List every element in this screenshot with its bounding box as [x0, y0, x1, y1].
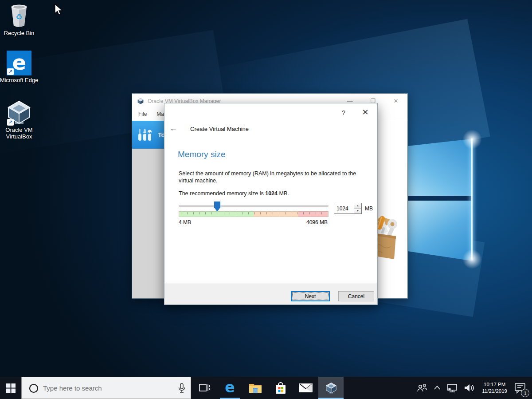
spinbox-unit-label: MB [365, 205, 373, 212]
search-input[interactable] [22, 377, 191, 399]
dialog-close-button[interactable]: ✕ [360, 107, 371, 118]
taskbar-edge-button[interactable]: e [217, 377, 243, 399]
desktop-icon-label: Microsoft Edge [0, 77, 39, 83]
memory-size-heading: Memory size [178, 150, 226, 159]
slider-max-label: 4096 MB [306, 219, 328, 225]
taskbar-mail-button[interactable] [293, 377, 318, 399]
store-icon [274, 381, 287, 395]
microphone-icon[interactable] [177, 383, 186, 394]
windows-logo-icon [6, 383, 16, 393]
recommendation-text: The recommended memory size is 1024 MB. [179, 190, 289, 197]
network-icon [447, 383, 458, 393]
desktop-icon-virtualbox[interactable]: ↗ Oracle VM VirtualBox [0, 99, 39, 140]
spin-up-button[interactable]: ▲ [354, 203, 361, 208]
people-button[interactable] [414, 377, 430, 399]
tray-expand-button[interactable] [430, 377, 444, 399]
recommended-value: 1024 [265, 190, 278, 197]
mouse-cursor [55, 4, 64, 17]
network-button[interactable] [444, 377, 461, 399]
memory-description: Select the amount of memory (RAM) in meg… [179, 170, 367, 184]
folder-icon [249, 382, 262, 394]
virtualbox-icon [325, 382, 337, 394]
chevron-up-icon [434, 385, 441, 391]
memory-slider-scale [179, 211, 329, 217]
dialog-titlebar[interactable]: ? ✕ [164, 103, 377, 121]
dialog-footer: Next Cancel [164, 284, 377, 304]
taskbar-search[interactable] [21, 377, 191, 399]
recycle-bin-icon: ♻ [6, 3, 32, 28]
memory-spinbox[interactable]: ▲ ▼ [334, 203, 362, 214]
cancel-button[interactable]: Cancel [338, 291, 374, 301]
taskbar-virtualbox-button[interactable] [318, 377, 344, 399]
spin-down-button[interactable]: ▼ [354, 208, 361, 213]
cortana-icon [29, 383, 39, 393]
mail-icon [299, 383, 313, 393]
dialog-title: Create Virtual Machine [190, 126, 249, 132]
next-button[interactable]: Next [291, 291, 330, 301]
taskbar: e [0, 377, 532, 399]
desktop-icon-microsoft-edge[interactable]: e ↗ Microsoft Edge [0, 51, 39, 83]
edge-icon: e ↗ [7, 51, 31, 75]
memory-value-input[interactable] [334, 203, 354, 213]
start-button[interactable] [0, 377, 21, 399]
svg-text:♻: ♻ [16, 13, 22, 21]
task-view-icon [199, 383, 210, 393]
edge-icon: e [225, 380, 235, 395]
virtualbox-logo-icon [137, 98, 144, 105]
logo-glow [462, 130, 482, 149]
volume-icon [464, 383, 475, 393]
shortcut-arrow-icon: ↗ [7, 68, 14, 75]
taskbar-clock[interactable]: 10:17 PM 11/21/2019 [478, 381, 511, 395]
windows-logo-edge [471, 138, 473, 260]
menu-file[interactable]: File [138, 111, 147, 117]
notification-badge: 1 [521, 389, 529, 397]
close-button[interactable]: ✕ [384, 94, 407, 108]
action-center-button[interactable]: 1 [511, 377, 532, 399]
people-icon [417, 383, 427, 393]
help-button[interactable]: ? [338, 108, 349, 118]
taskbar-explorer-button[interactable] [243, 377, 268, 399]
shortcut-arrow-icon: ↗ [7, 119, 14, 126]
desktop-icon-recycle-bin[interactable]: ♻ Recycle Bin [0, 3, 39, 36]
volume-button[interactable] [461, 377, 478, 399]
slider-min-label: 4 MB [179, 219, 191, 225]
memory-slider-track[interactable] [179, 205, 329, 207]
memory-slider-handle[interactable] [214, 201, 220, 212]
clock-date: 11/21/2019 [482, 388, 507, 395]
taskbar-store-button[interactable] [268, 377, 293, 399]
task-view-button[interactable] [191, 377, 217, 399]
desktop-icon-label: Recycle Bin [0, 30, 39, 36]
desktop-icon-label: Oracle VM VirtualBox [0, 126, 39, 140]
tools-icon [136, 127, 154, 142]
virtualbox-icon: ↗ [6, 99, 32, 125]
clock-time: 10:17 PM [482, 381, 507, 388]
create-vm-dialog: ? ✕ ← Create Virtual Machine Memory size… [164, 103, 378, 305]
windows-desktop: ♻ Recycle Bin e ↗ Microsoft Edge ↗ Oracl… [0, 0, 532, 399]
back-button[interactable]: ← [170, 123, 182, 134]
logo-glow [462, 249, 482, 269]
